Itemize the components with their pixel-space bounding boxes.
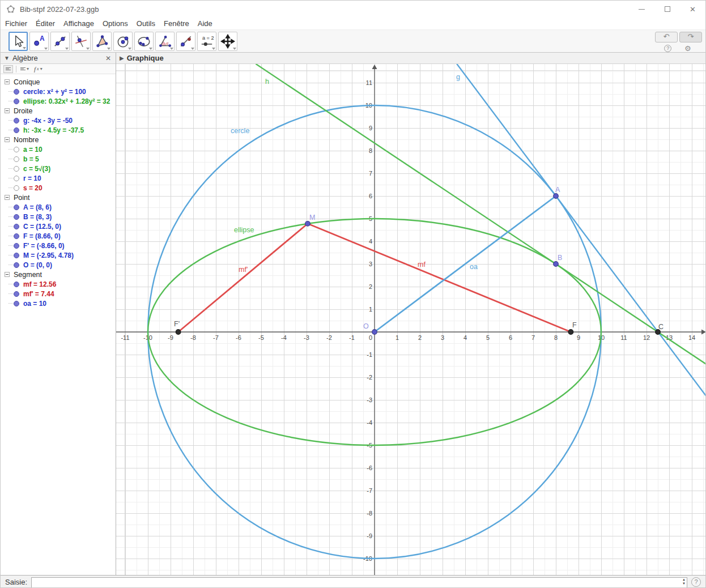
algebra-item[interactable]: C = (12.5, 0) bbox=[1, 221, 116, 231]
label-oa[interactable]: oa bbox=[470, 263, 478, 271]
label-F[interactable]: F bbox=[572, 321, 577, 329]
redo-button[interactable]: ↷ bbox=[679, 32, 702, 42]
move-tool-button[interactable] bbox=[8, 32, 28, 51]
visibility-marble[interactable] bbox=[14, 166, 19, 172]
algebra-item[interactable]: F' = (-8.66, 0) bbox=[1, 241, 116, 250]
label-g[interactable]: g bbox=[456, 73, 460, 81]
algebra-item[interactable]: mf = 12.56 bbox=[1, 279, 116, 289]
visibility-marble[interactable] bbox=[14, 176, 19, 181]
collapse-toggle[interactable] bbox=[5, 195, 10, 200]
algebra-item[interactable]: O = (0, 0) bbox=[1, 260, 116, 270]
visibility-marble[interactable] bbox=[14, 89, 19, 95]
point-B[interactable] bbox=[554, 262, 559, 267]
visibility-marble[interactable] bbox=[14, 282, 19, 287]
label-F'[interactable]: F' bbox=[174, 320, 180, 328]
line-g[interactable] bbox=[457, 64, 706, 396]
menu-item-outils[interactable]: Outils bbox=[137, 19, 155, 28]
algebra-item[interactable]: b = 5 bbox=[1, 154, 116, 164]
polygon-tool-button[interactable] bbox=[92, 32, 112, 51]
tool-dropdown-icon[interactable] bbox=[212, 48, 215, 50]
menu-item-aide[interactable]: Aide bbox=[198, 19, 212, 28]
algebra-item[interactable]: B = (8, 3) bbox=[1, 212, 116, 221]
visibility-marble[interactable] bbox=[14, 301, 19, 306]
algebra-item[interactable]: s = 20 bbox=[1, 183, 116, 193]
tool-dropdown-icon[interactable] bbox=[23, 47, 26, 49]
algebra-item[interactable]: A = (8, 6) bbox=[1, 202, 116, 212]
algebra-item[interactable]: oa = 10 bbox=[1, 299, 116, 308]
line-h[interactable] bbox=[256, 64, 706, 364]
label-C[interactable]: C bbox=[658, 323, 664, 331]
algebra-item[interactable]: cercle: x² + y² = 100 bbox=[1, 87, 116, 96]
help-icon[interactable]: ? bbox=[664, 45, 671, 52]
algebra-item[interactable]: mf' = 7.44 bbox=[1, 289, 116, 299]
tool-dropdown-icon[interactable] bbox=[233, 48, 236, 50]
input-history-toggle[interactable]: ▲▼ bbox=[682, 578, 686, 586]
visibility-marble[interactable] bbox=[14, 185, 19, 191]
algebra-item[interactable]: F = (8.66, 0) bbox=[1, 231, 116, 241]
line-tool-button[interactable] bbox=[50, 32, 70, 51]
point-M[interactable] bbox=[305, 221, 311, 227]
reflect-tool-button[interactable] bbox=[176, 32, 195, 51]
tool-dropdown-icon[interactable] bbox=[191, 48, 194, 50]
moveview-tool-button[interactable] bbox=[218, 32, 237, 51]
close-button[interactable]: ✕ bbox=[680, 1, 705, 18]
perpendicular-tool-button[interactable] bbox=[71, 32, 91, 51]
tool-dropdown-icon[interactable] bbox=[86, 48, 90, 50]
visibility-marble[interactable] bbox=[14, 118, 19, 123]
segment-oa[interactable] bbox=[375, 196, 556, 332]
visibility-marble[interactable] bbox=[14, 204, 19, 210]
auxiliary-objects-toggle[interactable] bbox=[3, 65, 13, 73]
label-mf[interactable]: mf bbox=[418, 261, 426, 269]
visibility-marble[interactable] bbox=[14, 147, 19, 152]
visibility-marble[interactable] bbox=[14, 127, 19, 133]
segment-mf[interactable] bbox=[308, 224, 571, 332]
visibility-marble[interactable] bbox=[14, 99, 19, 104]
point-F[interactable] bbox=[568, 330, 573, 335]
algebra-item[interactable]: M = (-2.95, 4.78) bbox=[1, 250, 116, 260]
collapse-toggle[interactable] bbox=[5, 108, 10, 113]
conic-tool-button[interactable] bbox=[134, 32, 154, 51]
algebra-item[interactable]: a = 10 bbox=[1, 144, 116, 154]
tool-dropdown-icon[interactable] bbox=[107, 48, 110, 50]
visibility-marble[interactable] bbox=[14, 214, 19, 220]
tool-dropdown-icon[interactable] bbox=[65, 48, 69, 50]
menu-item-fichier[interactable]: Fichier bbox=[5, 19, 27, 28]
visibility-marble[interactable] bbox=[14, 262, 19, 268]
algebra-close-icon[interactable]: ✕ bbox=[104, 55, 112, 62]
collapse-toggle[interactable] bbox=[5, 272, 10, 277]
label-O[interactable]: O bbox=[363, 322, 369, 330]
collapse-toggle[interactable] bbox=[5, 137, 10, 142]
collapse-toggle[interactable] bbox=[5, 79, 10, 84]
menu-item-options[interactable]: Options bbox=[103, 19, 128, 28]
point-F'[interactable] bbox=[176, 330, 181, 335]
point-O[interactable] bbox=[372, 330, 377, 335]
tool-dropdown-icon[interactable] bbox=[170, 48, 173, 50]
gear-icon[interactable]: ⚙ bbox=[684, 45, 691, 52]
slider-tool-button[interactable]: a = 2 bbox=[197, 32, 216, 51]
visibility-marble[interactable] bbox=[14, 291, 19, 297]
menu-item-diter[interactable]: Éditer bbox=[36, 19, 55, 28]
point-tool-button[interactable]: A bbox=[29, 32, 49, 51]
menu-item-fentre[interactable]: Fenêtre bbox=[164, 19, 189, 28]
undo-button[interactable]: ↶ bbox=[655, 32, 678, 42]
minimize-button[interactable] bbox=[629, 1, 654, 18]
algebra-collapse-icon[interactable]: ▼ bbox=[4, 55, 10, 61]
circle-tool-button[interactable] bbox=[113, 32, 133, 51]
visibility-marble[interactable] bbox=[14, 243, 19, 249]
algebra-item[interactable]: ellipse: 0.32x² + 1.28y² = 32 bbox=[1, 96, 116, 106]
label-M[interactable]: M bbox=[309, 214, 315, 221]
menu-item-affichage[interactable]: Affichage bbox=[63, 19, 94, 28]
input-help-button[interactable]: ? bbox=[691, 577, 701, 587]
tool-dropdown-icon[interactable] bbox=[44, 48, 48, 50]
algebra-item[interactable]: h: -3x - 4.5y = -37.5 bbox=[1, 125, 116, 135]
maximize-button[interactable] bbox=[654, 1, 680, 18]
label-A[interactable]: A bbox=[555, 186, 560, 194]
label-h[interactable]: h bbox=[265, 78, 269, 86]
sort-objects-dropdown[interactable]: ▾ bbox=[19, 65, 30, 73]
tool-dropdown-icon[interactable] bbox=[128, 48, 131, 50]
tool-dropdown-icon[interactable] bbox=[149, 48, 152, 50]
algebra-item[interactable]: r = 10 bbox=[1, 173, 116, 183]
visibility-marble[interactable] bbox=[14, 233, 19, 239]
algebra-item[interactable]: c = 5√(3) bbox=[1, 164, 116, 173]
visibility-marble[interactable] bbox=[14, 224, 19, 229]
